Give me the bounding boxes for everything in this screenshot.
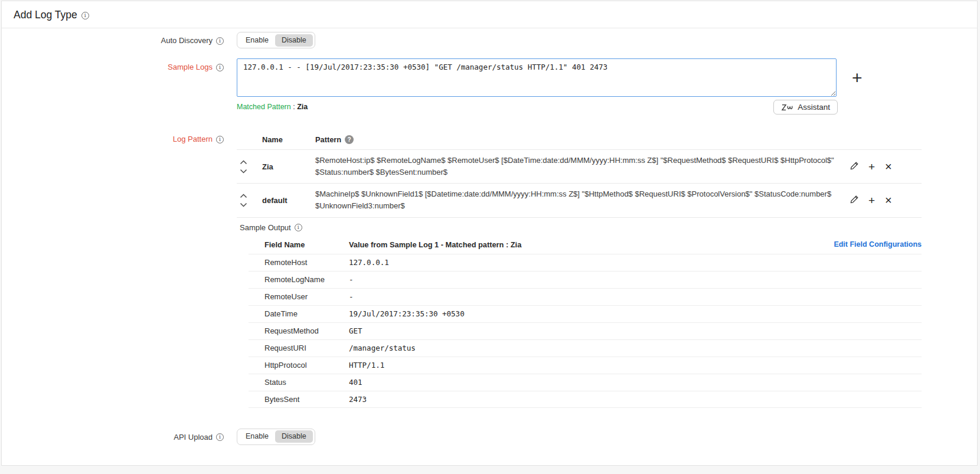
sample-logs-label-wrap: Sample Logs i: [2, 58, 224, 71]
sample-output-row: HttpProtocol HTTP/1.1: [249, 357, 922, 374]
auto-discovery-enable-button[interactable]: Enable: [239, 34, 275, 47]
field-value-cell: 2473: [349, 395, 922, 404]
log-pattern-table-row: default $MachineIp$ $UnknownField1$ [$Da…: [237, 183, 922, 217]
field-value-cell: -: [349, 275, 922, 284]
info-icon[interactable]: i: [295, 224, 302, 231]
sample-output-label: Sample Output: [240, 223, 291, 232]
api-upload-label-wrap: API Upload i: [2, 429, 224, 442]
field-name-cell: RequestMethod: [264, 326, 349, 335]
matched-pattern-label: Matched Pattern: [237, 103, 291, 111]
api-upload-disable-button[interactable]: Disable: [275, 430, 313, 443]
field-name-cell: RemoteUser: [264, 292, 349, 301]
api-upload-label: API Upload: [174, 433, 213, 442]
field-name-cell: RequestURI: [264, 344, 349, 352]
sample-output-table: Field Name Value from Sample Log 1 - Mat…: [249, 237, 922, 408]
log-pattern-table-header: Name Pattern ?: [237, 132, 922, 149]
sample-output-rows: RemoteHost 127.0.0.1 RemoteLogName - Rem…: [249, 254, 922, 408]
sample-output-row: RemoteHost 127.0.0.1: [249, 254, 922, 271]
api-upload-row: API Upload i Enable Disable: [2, 429, 977, 445]
log-pattern-table-row: Zia $RemoteHost:ip$ $RemoteLogName$ $Rem…: [237, 149, 922, 183]
log-pattern-label: Log Pattern: [173, 135, 213, 143]
zia-icon: [781, 103, 793, 112]
pattern-help-icon[interactable]: ?: [345, 135, 354, 144]
log-pattern-rows: Zia $RemoteHost:ip$ $RemoteLogName$ $Rem…: [237, 149, 922, 218]
log-pattern-table: Name Pattern ?: [237, 132, 922, 218]
sample-output-row: Status 401: [249, 374, 922, 391]
page-title: Add Log Type: [14, 9, 77, 21]
auto-discovery-toggle: Enable Disable: [237, 32, 315, 48]
log-pattern-label-wrap: Log Pattern i: [2, 132, 224, 143]
sample-output-table-header: Field Name Value from Sample Log 1 - Mat…: [249, 237, 922, 254]
pattern-name-cell: Zia: [262, 162, 315, 171]
add-sample-log-button[interactable]: +: [852, 69, 863, 87]
field-name-cell: RemoteHost: [264, 258, 349, 267]
delete-pattern-button[interactable]: ×: [885, 161, 892, 172]
delete-pattern-button[interactable]: ×: [885, 194, 892, 206]
matched-pattern-separator: :: [291, 103, 297, 111]
sample-output-label-wrap: Sample Output i: [240, 223, 302, 232]
log-pattern-row: Log Pattern i Name Pattern ?: [2, 132, 977, 408]
move-down-button[interactable]: [240, 169, 247, 174]
column-header-field-name: Field Name: [264, 240, 349, 249]
field-value-cell: 19/Jul/2017:23:35:30 +0530: [349, 309, 922, 318]
page-title-wrap: Add Log Type i: [14, 9, 89, 21]
auto-discovery-label: Auto Discovery: [161, 36, 213, 45]
field-name-cell: RemoteLogName: [264, 275, 349, 284]
edit-pattern-button[interactable]: [850, 195, 858, 205]
add-pattern-button[interactable]: +: [868, 195, 875, 206]
sample-output-row: RequestMethod GET: [249, 322, 922, 339]
field-value-cell: -: [349, 292, 922, 301]
field-name-cell: Status: [264, 378, 349, 387]
field-value-cell: GET: [349, 326, 922, 335]
api-upload-toggle: Enable Disable: [237, 429, 315, 445]
column-header-value: Value from Sample Log 1 - Matched patter…: [349, 240, 834, 249]
sample-output-row: RemoteLogName -: [249, 271, 922, 288]
field-value-cell: /manager/status: [349, 344, 922, 352]
edit-field-configurations-link[interactable]: Edit Field Configurations: [834, 240, 922, 249]
api-upload-enable-button[interactable]: Enable: [239, 430, 275, 443]
add-pattern-button[interactable]: +: [868, 161, 875, 172]
auto-discovery-disable-button[interactable]: Disable: [275, 34, 313, 47]
auto-discovery-label-wrap: Auto Discovery i: [2, 32, 224, 45]
matched-pattern-value: Zia: [297, 103, 308, 111]
column-header-pattern: Pattern: [315, 135, 341, 144]
pattern-text-cell: $MachineIp$ $UnknownField1$ [$Datetime:d…: [315, 188, 842, 212]
move-down-button[interactable]: [240, 202, 247, 207]
matched-pattern-line: Matched Pattern : Zia: [237, 100, 308, 111]
add-log-type-panel: Add Log Type i Auto Discovery i Enable D…: [1, 1, 978, 466]
auto-discovery-row: Auto Discovery i Enable Disable: [2, 32, 977, 48]
sample-output-row: DateTime 19/Jul/2017:23:35:30 +0530: [249, 305, 922, 322]
sample-logs-textarea[interactable]: 127.0.0.1 - - [19/Jul/2017:23:35:30 +053…: [237, 58, 837, 97]
move-up-button[interactable]: [240, 194, 247, 198]
sample-output-row: RemoteUser -: [249, 288, 922, 305]
sample-output-row: RequestURI /manager/status: [249, 339, 922, 357]
field-value-cell: 127.0.0.1: [349, 258, 922, 267]
info-icon[interactable]: i: [216, 37, 224, 45]
assistant-button-label: Assistant: [798, 103, 830, 112]
assistant-button[interactable]: Assistant: [773, 100, 838, 115]
sample-logs-row: Sample Logs i 127.0.0.1 - - [19/Jul/2017…: [2, 58, 977, 115]
sample-output-row: BytesSent 2473: [249, 391, 922, 408]
info-icon[interactable]: i: [216, 64, 224, 71]
field-value-cell: HTTP/1.1: [349, 361, 922, 370]
field-name-cell: BytesSent: [264, 395, 349, 404]
field-name-cell: HttpProtocol: [264, 361, 349, 370]
pattern-name-cell: default: [262, 196, 315, 205]
field-name-cell: DateTime: [264, 309, 349, 318]
column-header-name: Name: [262, 135, 315, 144]
info-icon[interactable]: i: [216, 433, 224, 441]
field-value-cell: 401: [349, 378, 922, 387]
move-up-button[interactable]: [240, 160, 247, 165]
edit-pattern-button[interactable]: [850, 162, 858, 171]
info-icon[interactable]: i: [216, 136, 224, 143]
info-icon[interactable]: i: [81, 12, 89, 19]
pattern-text-cell: $RemoteHost:ip$ $RemoteLogName$ $RemoteU…: [315, 155, 842, 178]
page-header: Add Log Type i: [2, 1, 977, 28]
sample-logs-label: Sample Logs: [168, 63, 213, 71]
